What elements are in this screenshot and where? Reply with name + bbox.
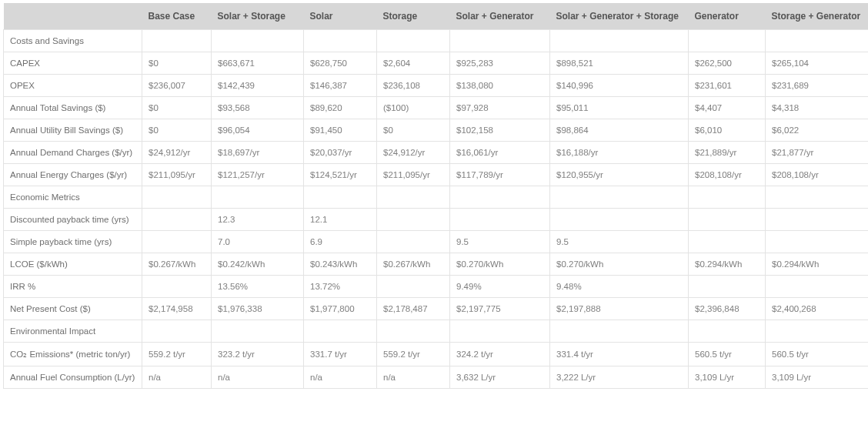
cell-value: 559.2 t/yr (142, 343, 212, 366)
table-row: Simple payback time (yrs)7.06.99.59.5 (4, 231, 869, 253)
cell-value: $146,387 (304, 75, 377, 97)
cell-value: 331.7 t/yr (304, 343, 377, 366)
cell-value: 12.1 (304, 209, 377, 231)
empty-cell (377, 320, 450, 343)
cell-value: $121,257/yr (212, 164, 304, 186)
cell-value (377, 276, 450, 298)
cell-value: $208,108/yr (766, 164, 869, 186)
section-title: Costs and Savings (4, 30, 142, 52)
row-label: Net Present Cost ($) (4, 298, 142, 320)
row-label: LCOE ($/kWh) (4, 253, 142, 276)
header-base-case: Base Case (142, 3, 212, 30)
cell-value: $1,976,338 (212, 298, 304, 320)
row-label: IRR % (4, 276, 142, 298)
cell-value (766, 209, 869, 231)
cell-value: 13.72% (304, 276, 377, 298)
empty-cell (450, 320, 550, 343)
empty-cell (142, 186, 212, 209)
cell-value: n/a (304, 366, 377, 389)
cell-value: $124,521/yr (304, 164, 377, 186)
cell-value: $24,912/yr (377, 142, 450, 164)
empty-cell (450, 186, 550, 209)
comparison-table: Base Case Solar + Storage Solar Storage … (3, 3, 868, 389)
cell-value: $89,620 (304, 97, 377, 119)
cell-value: 9.49% (450, 276, 550, 298)
cell-value: $93,568 (212, 97, 304, 119)
cell-value: $98,864 (550, 119, 689, 142)
cell-value: n/a (377, 366, 450, 389)
empty-cell (304, 186, 377, 209)
cell-value: 12.3 (212, 209, 304, 231)
cell-value: $0 (142, 97, 212, 119)
cell-value (689, 276, 766, 298)
table-row: Annual Energy Charges ($/yr)$211,095/yr$… (4, 164, 869, 186)
cell-value: $265,104 (766, 52, 869, 75)
cell-value: $211,095/yr (142, 164, 212, 186)
table-row: IRR %13.56%13.72%9.49%9.48% (4, 276, 869, 298)
cell-value: $0.270/kWh (550, 253, 689, 276)
cell-value: $102,158 (450, 119, 550, 142)
row-label: Annual Total Savings ($) (4, 97, 142, 119)
header-row: Base Case Solar + Storage Solar Storage … (4, 3, 869, 30)
header-blank (4, 3, 142, 30)
cell-value: $208,108/yr (689, 164, 766, 186)
row-label: Simple payback time (yrs) (4, 231, 142, 253)
table-row: OPEX$236,007$142,439$146,387$236,108$138… (4, 75, 869, 97)
cell-value: $2,174,958 (142, 298, 212, 320)
cell-value: 3,222 L/yr (550, 366, 689, 389)
cell-value: 13.56% (212, 276, 304, 298)
row-label: OPEX (4, 75, 142, 97)
cell-value: ($100) (377, 97, 450, 119)
table-row: CO₂ Emissions* (metric ton/yr)559.2 t/yr… (4, 343, 869, 366)
cell-value (689, 231, 766, 253)
table-row: Annual Fuel Consumption (L/yr)n/an/an/an… (4, 366, 869, 389)
row-label: CO₂ Emissions* (metric ton/yr) (4, 343, 142, 366)
cell-value: $4,407 (689, 97, 766, 119)
cell-value (689, 209, 766, 231)
header-solar-generator-storage: Solar + Generator + Storage (550, 3, 689, 30)
cell-value: $96,054 (212, 119, 304, 142)
cell-value: $0 (142, 52, 212, 75)
cell-value: $16,061/yr (450, 142, 550, 164)
table-row: LCOE ($/kWh)$0.267/kWh$0.242/kWh$0.243/k… (4, 253, 869, 276)
header-solar-storage: Solar + Storage (212, 3, 304, 30)
cell-value: $628,750 (304, 52, 377, 75)
cell-value (142, 231, 212, 253)
header-storage-generator: Storage + Generator (766, 3, 869, 30)
header-solar: Solar (304, 3, 377, 30)
empty-cell (142, 30, 212, 52)
empty-cell (377, 186, 450, 209)
cell-value: $236,108 (377, 75, 450, 97)
row-label: CAPEX (4, 52, 142, 75)
cell-value (377, 209, 450, 231)
cell-value (450, 209, 550, 231)
cell-value: $1,977,800 (304, 298, 377, 320)
cell-value: n/a (212, 366, 304, 389)
cell-value: 7.0 (212, 231, 304, 253)
cell-value: $0.242/kWh (212, 253, 304, 276)
cell-value: $142,439 (212, 75, 304, 97)
table-row: Annual Utility Bill Savings ($)$0$96,054… (4, 119, 869, 142)
empty-cell (212, 320, 304, 343)
cell-value: $2,400,268 (766, 298, 869, 320)
cell-value: $0.294/kWh (766, 253, 869, 276)
table-row: Annual Demand Charges ($/yr)$24,912/yr$1… (4, 142, 869, 164)
empty-cell (304, 30, 377, 52)
empty-cell (377, 30, 450, 52)
table-row: Net Present Cost ($)$2,174,958$1,976,338… (4, 298, 869, 320)
empty-cell (550, 186, 689, 209)
header-solar-generator: Solar + Generator (450, 3, 550, 30)
table-row: CAPEX$0$663,671$628,750$2,604$925,283$89… (4, 52, 869, 75)
cell-value: $4,318 (766, 97, 869, 119)
cell-value: $0 (377, 119, 450, 142)
cell-value: 323.2 t/yr (212, 343, 304, 366)
empty-cell (766, 30, 869, 52)
empty-cell (550, 30, 689, 52)
section-title: Economic Metrics (4, 186, 142, 209)
empty-cell (689, 186, 766, 209)
cell-value (142, 209, 212, 231)
empty-cell (304, 320, 377, 343)
cell-value: $24,912/yr (142, 142, 212, 164)
cell-value: 331.4 t/yr (550, 343, 689, 366)
cell-value: 560.5 t/yr (766, 343, 869, 366)
